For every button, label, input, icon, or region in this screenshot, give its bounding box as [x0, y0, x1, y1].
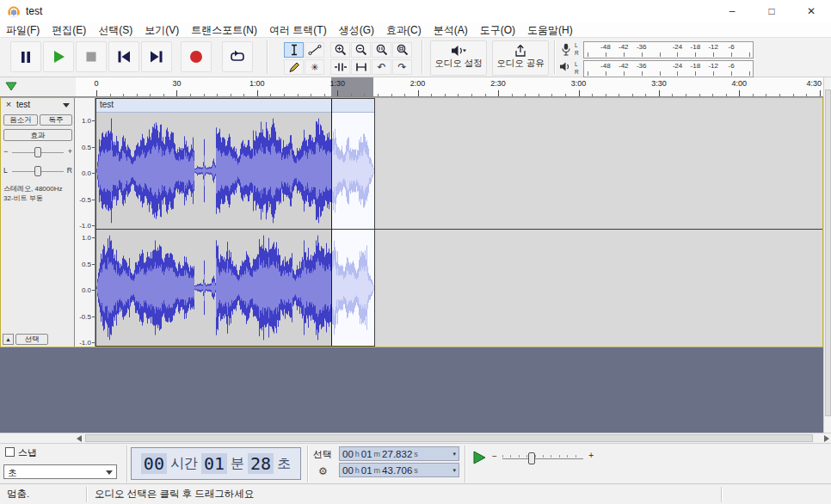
- snap-mode-combobox[interactable]: 초: [3, 464, 117, 479]
- timeline-label: 3:00: [571, 79, 587, 88]
- vertical-scrollbar-thumb[interactable]: [825, 89, 831, 416]
- trim-outside-icon: [334, 60, 348, 74]
- clip-header[interactable]: test: [96, 99, 374, 113]
- gain-slider[interactable]: − +: [3, 145, 72, 159]
- combo-chevron-down-icon: [106, 470, 113, 475]
- snap-checkbox[interactable]: [5, 447, 15, 457]
- meter-scale-label: -18: [691, 62, 701, 70]
- loop-button[interactable]: [222, 41, 253, 72]
- meter-scale-label: -12: [708, 62, 718, 70]
- zoom-out-icon: [354, 43, 368, 57]
- speed-slider-thumb[interactable]: [528, 452, 535, 464]
- playback-meter[interactable]: -48-42-36-24-18-12-6: [583, 60, 754, 77]
- multi-tool-icon: ✳: [311, 62, 318, 73]
- zoom-in-button[interactable]: [330, 42, 350, 58]
- track-name[interactable]: test: [16, 100, 30, 109]
- selection-tool-button[interactable]: [284, 42, 304, 58]
- playback-meter-l-label: L: [575, 62, 578, 68]
- audio-setup-button[interactable]: 오디오 설정: [430, 40, 487, 76]
- quick-play-triangle-icon[interactable]: [5, 82, 17, 91]
- zoom-to-fit-button[interactable]: [392, 42, 412, 58]
- position-minutes-unit: 분: [227, 455, 248, 473]
- waveform-right-channel[interactable]: [96, 230, 374, 346]
- track-control-panel: × test 음소거 독주 효과 − + L R 스테레오, 48000Hz 3…: [1, 98, 75, 347]
- zoom-to-selection-button[interactable]: [372, 42, 391, 58]
- track-close-button[interactable]: ×: [3, 100, 14, 110]
- amplitude-scale-label: -0.5: [79, 314, 91, 321]
- scroll-right-arrow-icon[interactable]: [824, 435, 829, 442]
- selection-end-field[interactable]: 00h01m43.706s▾: [339, 463, 459, 477]
- amplitude-scale-label: 0.5: [82, 261, 91, 268]
- undo-button[interactable]: ↶: [372, 59, 391, 75]
- record-button[interactable]: [181, 41, 212, 72]
- tracks-background-area[interactable]: [0, 347, 823, 433]
- track-menu-chevron-down-icon[interactable]: [63, 103, 70, 108]
- position-seconds[interactable]: 28: [248, 453, 274, 474]
- playback-speed-slider[interactable]: − +: [492, 448, 594, 467]
- vertical-scale-ruler[interactable]: 1.00.50.0-0.5-1.01.00.50.0-0.5-1.0: [75, 98, 95, 347]
- amplitude-scale-label: 1.0: [82, 118, 91, 125]
- amplitude-scale-label: 0.0: [82, 287, 91, 294]
- pan-slider[interactable]: L R: [3, 164, 72, 178]
- status-hint: 오디오 선택은 클릭 후 드래그하세요: [95, 488, 254, 501]
- silence-button[interactable]: [351, 59, 371, 75]
- timeline-label: 2:00: [410, 79, 426, 88]
- play-button[interactable]: [43, 41, 74, 72]
- horizontal-scrollbar[interactable]: [75, 433, 831, 443]
- pause-button[interactable]: [10, 41, 41, 72]
- selection-start-field[interactable]: 00h01m27.832s▾: [339, 446, 459, 461]
- track-collapse-button[interactable]: ▲: [3, 334, 14, 345]
- vertical-scrollbar[interactable]: [823, 77, 831, 433]
- draw-tool-button[interactable]: [284, 59, 304, 75]
- app-icon: [7, 4, 21, 18]
- track-select-button[interactable]: 선택: [15, 334, 48, 345]
- skip-to-start-button[interactable]: [108, 41, 139, 72]
- timeline-ruler[interactable]: 0301:001:302:002:303:003:304:004:30: [76, 77, 823, 97]
- amplitude-scale-label: -0.5: [79, 197, 91, 204]
- audio-share-icon: [512, 44, 529, 58]
- toolbar: ✳ ↶ ↷ 오디오 설정 오디오 공유 L R -48-42-36-24-18-…: [0, 37, 831, 77]
- play-at-speed-button[interactable]: [471, 450, 487, 465]
- scroll-left-arrow-icon[interactable]: [77, 435, 82, 442]
- horizontal-scrollbar-thumb[interactable]: [85, 434, 813, 442]
- waveform-left-channel[interactable]: [96, 113, 374, 229]
- selection-tool-icon: [287, 43, 301, 57]
- window-title: test: [26, 5, 42, 17]
- maximize-button[interactable]: □: [752, 0, 791, 22]
- gain-slider-thumb[interactable]: [34, 147, 41, 157]
- track-content[interactable]: test: [95, 98, 822, 347]
- zoom-in-icon: [334, 43, 348, 57]
- solo-button[interactable]: 독주: [40, 114, 72, 126]
- record-meter-r-label: R: [575, 51, 579, 57]
- audio-share-button[interactable]: 오디오 공유: [492, 40, 549, 76]
- timeline-label: 2:30: [490, 79, 506, 88]
- selection-settings-gear-icon[interactable]: ⚙: [318, 465, 328, 477]
- effects-button[interactable]: 효과: [3, 129, 72, 141]
- pan-slider-thumb[interactable]: [34, 166, 41, 176]
- minimize-button[interactable]: –: [712, 0, 752, 22]
- amplitude-scale-label: -1.0: [79, 223, 91, 230]
- zoom-out-button[interactable]: [351, 42, 371, 58]
- audio-clip[interactable]: test: [96, 99, 374, 346]
- pan-left-label: L: [3, 166, 8, 175]
- zoom-to-selection-icon: [375, 43, 389, 57]
- track-format-line1: 스테레오, 48000Hz: [3, 184, 62, 194]
- stop-button[interactable]: [76, 41, 107, 72]
- position-hours[interactable]: 00: [141, 453, 167, 474]
- close-button[interactable]: ✕: [791, 0, 831, 22]
- multi-tool-button[interactable]: ✳: [305, 59, 324, 75]
- audio-position-display[interactable]: 00 시간 01 분 28 초: [131, 447, 301, 480]
- record-meter-l-label: L: [575, 43, 578, 49]
- position-minutes[interactable]: 01: [201, 453, 227, 474]
- redo-button[interactable]: ↷: [392, 59, 412, 75]
- bottom-toolbars: 스냅 초 00 시간 01 분 28 초 선택 ⚙ 00h01m27.832s▾…: [0, 443, 831, 483]
- amplitude-scale-label: -1.0: [79, 340, 91, 347]
- mute-button[interactable]: 음소거: [3, 114, 38, 126]
- timeline-label: 1:30: [329, 79, 345, 88]
- envelope-tool-button[interactable]: [305, 42, 324, 58]
- trim-outside-button[interactable]: [330, 59, 350, 75]
- skip-to-end-button[interactable]: [141, 41, 172, 72]
- timeline-label: 3:30: [651, 79, 667, 88]
- record-meter[interactable]: -48-42-36-24-18-12-6: [583, 41, 754, 58]
- timeline-label: 0: [94, 79, 98, 88]
